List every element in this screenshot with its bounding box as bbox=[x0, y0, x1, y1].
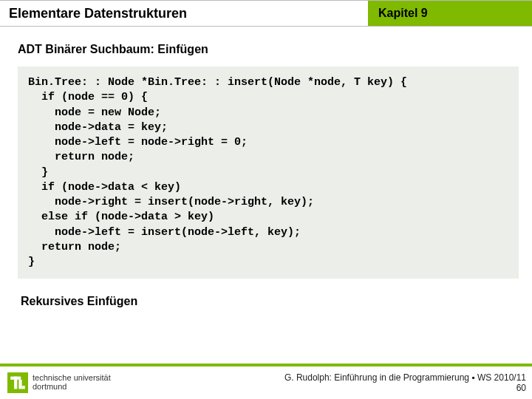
svg-rect-0 bbox=[7, 372, 28, 393]
section-subtitle: ADT Binärer Suchbaum: Einfügen bbox=[18, 43, 532, 56]
caption-note: Rekursives Einfügen bbox=[21, 295, 532, 308]
header-bar: Elementare Datenstrukturen Kapitel 9 bbox=[0, 0, 532, 27]
svg-rect-2 bbox=[14, 377, 17, 389]
university-name: technische universität dortmund bbox=[33, 374, 111, 391]
university-name-line2: dortmund bbox=[33, 383, 111, 392]
page-number: 60 bbox=[284, 383, 526, 393]
svg-rect-4 bbox=[22, 386, 25, 389]
svg-rect-3 bbox=[18, 380, 21, 389]
credit-line: G. Rudolph: Einführung in die Programmie… bbox=[284, 372, 526, 383]
code-block: Bin.Tree: : Node *Bin.Tree: : insert(Nod… bbox=[18, 66, 519, 279]
tu-logo-icon bbox=[7, 372, 28, 393]
footer-content: technische universität dortmund G. Rudol… bbox=[0, 366, 532, 399]
university-logo: technische universität dortmund bbox=[7, 372, 111, 393]
footer: technische universität dortmund G. Rudol… bbox=[0, 364, 532, 399]
slide: Elementare Datenstrukturen Kapitel 9 ADT… bbox=[0, 0, 532, 399]
chapter-label: Kapitel 9 bbox=[368, 1, 532, 26]
slide-title: Elementare Datenstrukturen bbox=[0, 1, 368, 26]
footer-credit: G. Rudolph: Einführung in die Programmie… bbox=[284, 372, 526, 393]
